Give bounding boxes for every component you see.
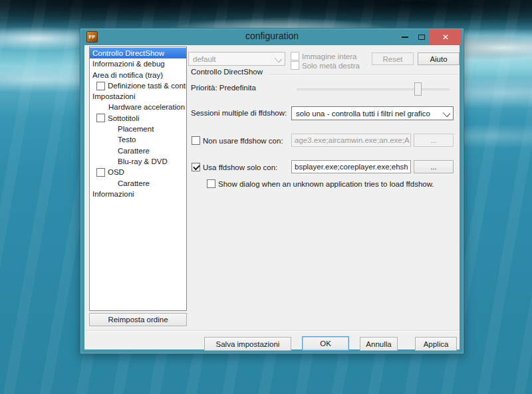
close-icon: ✕ [442, 33, 449, 42]
reset-order-button[interactable]: Reimposta ordine [89, 313, 187, 326]
minimize-icon [402, 37, 408, 38]
tree-item-label: Placement [118, 124, 154, 134]
chevron-down-icon [275, 54, 282, 62]
use-only-checkbox-row[interactable]: Usa ffdshow solo con: [192, 163, 277, 171]
tree-item-label: Carattere [118, 146, 150, 156]
full-image-label: Immagine intera [302, 52, 356, 60]
show-dialog-checkbox-row[interactable]: Show dialog when an unknown application … [207, 179, 434, 188]
show-dialog-label: Show dialog when an unknown application … [218, 180, 434, 188]
preset-combobox[interactable]: default [188, 52, 285, 66]
sessions-combobox-value: solo una - controlla tutti i filtri nel … [296, 110, 430, 118]
dont-use-label: Non usare ffdshow con: [203, 137, 283, 145]
slider-thumb[interactable] [414, 82, 422, 96]
preset-combobox-value: default [193, 55, 216, 63]
help-button[interactable]: Aiuto [418, 52, 460, 65]
checkbox-icon[interactable] [207, 179, 215, 188]
full-image-checkbox-row[interactable]: Immagine intera [291, 52, 356, 60]
dont-use-checkbox-row[interactable]: Non usare ffdshow con: [192, 136, 283, 145]
groupbox-line [268, 74, 458, 75]
sessions-label: Sessioni multiple di ffdshow: [191, 109, 287, 117]
tree-item-informazioni[interactable]: Informazioni [90, 189, 186, 199]
use-only-field[interactable]: bsplayer.exe;coreplayer.exe;ehsh [291, 160, 411, 173]
tree-item-label: Sottotitoli [108, 113, 139, 124]
right-half-label: Solo metà destra [302, 62, 360, 70]
apply-button[interactable]: Applica [415, 337, 457, 351]
tree-item-sottotitoli[interactable]: Sottotitoli [90, 113, 186, 124]
tree-item-area-di-notifica-tray[interactable]: Area di notifica (tray) [90, 70, 186, 80]
reset-button[interactable]: Reset [372, 52, 414, 65]
tree-list[interactable]: Controllo DirectShowInformazioni & debug… [89, 47, 187, 311]
tree-item-testo[interactable]: Testo [90, 134, 186, 145]
tree-item-controllo-directshow[interactable]: Controllo DirectShow [90, 48, 186, 58]
close-button[interactable]: ✕ [430, 29, 462, 45]
checkbox-icon[interactable] [96, 82, 105, 90]
dont-use-browse-button[interactable]: ... [414, 134, 454, 147]
checkbox-icon[interactable] [291, 52, 299, 60]
chevron-down-icon [443, 109, 450, 116]
tree-item-label: Carattere [118, 178, 150, 189]
tree-item-label: Impostazioni [92, 91, 136, 102]
checkbox-icon[interactable] [96, 168, 105, 177]
tree-item-placement[interactable]: Placement [90, 124, 186, 134]
tree-item-label: Informazioni [92, 189, 134, 199]
tree-item-blu-ray-dvd[interactable]: Blu-ray & DVD [90, 156, 186, 167]
checkbox-icon[interactable] [192, 136, 200, 145]
use-only-browse-button[interactable]: ... [414, 160, 454, 173]
priority-slider[interactable] [297, 82, 450, 96]
tree-item-label: OSD [108, 167, 124, 177]
maximize-button[interactable] [413, 29, 430, 45]
tree-item-label: Blu-ray & DVD [118, 156, 168, 167]
titlebar[interactable]: FF configuration ✕ [80, 29, 464, 45]
use-only-label: Usa ffdshow solo con: [203, 163, 277, 171]
sessions-combobox[interactable]: solo una - controlla tutti i filtri nel … [291, 106, 454, 120]
tree-item-label: Area di notifica (tray) [92, 70, 163, 80]
ok-button[interactable]: OK [302, 336, 349, 351]
client-area: Controllo DirectShowInformazioni & debug… [84, 45, 460, 349]
slider-track [297, 88, 450, 90]
checkbox-icon[interactable] [96, 114, 105, 122]
tree-item-label: Informazioni & debug [92, 58, 165, 69]
cancel-button[interactable]: Annulla [360, 337, 398, 351]
save-settings-button[interactable]: Salva impostazioni [204, 337, 291, 351]
checkbox-icon[interactable] [291, 61, 299, 70]
tree-item-hardware-acceleration[interactable]: Hardware acceleration [90, 102, 186, 112]
right-half-checkbox-row[interactable]: Solo metà destra [291, 61, 360, 70]
groupbox-title: Controllo DirectShow [191, 68, 263, 76]
tree-item-definizione-tasti-contr[interactable]: Definizione tasti & contr [90, 80, 186, 91]
minimize-button[interactable] [396, 29, 413, 45]
tree-item-label: Testo [118, 134, 136, 145]
desktop-wallpaper: FF configuration ✕ Controllo DirectShowI… [0, 0, 532, 394]
tree-item-label: Hardware acceleration [108, 102, 185, 112]
tree-item-label: Controllo DirectShow [92, 48, 164, 58]
window-controls: ✕ [396, 29, 462, 45]
tree-item-carattere[interactable]: Carattere [90, 178, 186, 189]
tree-item-carattere[interactable]: Carattere [90, 146, 186, 156]
footer-separator [84, 330, 460, 331]
priority-label: Priorità: Predefinita [191, 84, 256, 92]
configuration-window: FF configuration ✕ Controllo DirectShowI… [80, 28, 464, 354]
checkbox-icon[interactable] [192, 163, 200, 171]
tree-item-informazioni-debug[interactable]: Informazioni & debug [90, 58, 186, 69]
dont-use-field[interactable]: age3.exe;aircamwin.exe;an.exe;A [291, 134, 411, 147]
tree-item-osd[interactable]: OSD [90, 167, 186, 177]
tree-item-label: Definizione tasti & contr [108, 80, 186, 91]
tree-item-impostazioni[interactable]: Impostazioni [90, 91, 186, 102]
maximize-icon [418, 35, 425, 40]
